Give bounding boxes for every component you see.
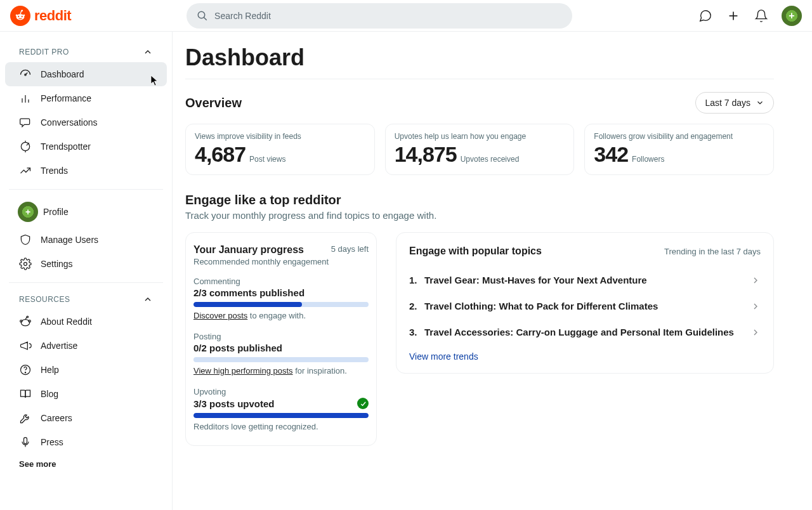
- avatar[interactable]: [782, 6, 802, 26]
- sidebar-item-blog[interactable]: Blog: [5, 382, 167, 406]
- wrench-icon: [19, 412, 32, 424]
- svg-point-20: [27, 316, 29, 318]
- sidebar-item-performance[interactable]: Performance: [5, 86, 167, 110]
- svg-point-22: [25, 372, 25, 373]
- progress-bar: [193, 413, 369, 418]
- reddit-logo-icon: [10, 6, 30, 26]
- divider: [9, 189, 163, 190]
- chevron-right-icon: [750, 275, 761, 285]
- topic-text: Travel Clothing: What to Pack for Differ…: [424, 301, 658, 311]
- bars-icon: [19, 92, 32, 105]
- sidebar-item-advertise[interactable]: Advertise: [5, 334, 167, 358]
- topic-item[interactable]: 3.Travel Accessories: Carry-on Luggage a…: [409, 319, 761, 345]
- progress-hint: to engage with.: [247, 311, 306, 320]
- progress-card: Your January progress 5 days left Recomm…: [185, 232, 377, 446]
- chevron-down-icon: [756, 98, 764, 107]
- sidebar-item-label: Advertise: [41, 341, 77, 351]
- daterange-dropdown[interactable]: Last 7 days: [695, 92, 774, 114]
- sidebar-item-help[interactable]: Help: [5, 358, 167, 382]
- sidebar-item-label: Careers: [41, 413, 72, 423]
- sidebar-section-header[interactable]: RESOURCES: [5, 289, 167, 310]
- progress-value: 2/3 comments published: [193, 287, 304, 298]
- topics-title: Engage with popular topics: [409, 245, 542, 257]
- stat-value: 342: [594, 142, 628, 167]
- progress-item-posting: Posting 0/2 posts published View high pe…: [193, 332, 369, 376]
- topic-number: 1.: [409, 275, 419, 285]
- sidebar-item-press[interactable]: Press: [5, 430, 167, 454]
- gauge-icon: [19, 68, 32, 81]
- create-icon[interactable]: [726, 8, 741, 23]
- overview-heading: Overview: [185, 96, 242, 110]
- progress-days: 5 days left: [331, 244, 369, 254]
- search-input-wrap[interactable]: [187, 3, 572, 29]
- stat-card-views: Views improve visibility in feeds 4,687P…: [185, 124, 375, 175]
- view-more-trends-link[interactable]: View more trends: [409, 351, 761, 362]
- chat-icon[interactable]: [698, 8, 713, 23]
- svg-rect-23: [24, 438, 27, 444]
- svg-point-7: [198, 11, 205, 18]
- svg-point-19: [29, 320, 30, 322]
- sidebar-item-profile[interactable]: Profile: [5, 196, 167, 228]
- section-label: REDDIT PRO: [19, 48, 69, 56]
- sidebar-section-header[interactable]: REDDIT PRO: [5, 42, 167, 62]
- sidebar-item-about[interactable]: About Reddit: [5, 310, 167, 334]
- topic-text: Travel Accessories: Carry-on Luggage and…: [424, 327, 734, 337]
- sidebar-item-label: Manage Users: [41, 235, 98, 245]
- stat-value: 4,687: [195, 142, 246, 167]
- progress-label: Commenting: [193, 277, 369, 286]
- svg-point-3: [22, 15, 23, 16]
- stat-hint: Upvotes help us learn how you engage: [395, 132, 565, 141]
- svg-point-5: [23, 14, 25, 16]
- svg-point-16: [24, 263, 27, 266]
- progress-sub: Recommended monthly engagement: [193, 257, 369, 266]
- stat-card-followers: Followers grow visibility and engagement…: [584, 124, 774, 175]
- progress-label: Upvoting: [193, 387, 369, 396]
- target-icon: [19, 140, 32, 153]
- sidebar-item-dashboard[interactable]: Dashboard: [5, 62, 167, 86]
- progress-item-upvoting: Upvoting 3/3 posts upvoted Redditors lov…: [193, 387, 369, 431]
- brand-text: reddit: [34, 8, 71, 24]
- sidebar-item-label: Help: [41, 365, 59, 375]
- progress-bar: [193, 302, 369, 307]
- progress-bar: [193, 357, 369, 362]
- svg-point-4: [16, 14, 18, 16]
- progress-label: Posting: [193, 332, 369, 341]
- search-input[interactable]: [214, 11, 562, 21]
- sidebar-item-conversations[interactable]: Conversations: [5, 110, 167, 134]
- sidebar-item-settings[interactable]: Settings: [5, 252, 167, 276]
- logo[interactable]: reddit: [10, 6, 71, 26]
- stat-hint: Followers grow visibility and engagement: [594, 132, 764, 141]
- speech-icon: [19, 116, 32, 129]
- progress-value: 3/3 posts upvoted: [193, 398, 275, 409]
- topic-item[interactable]: 2.Travel Clothing: What to Pack for Diff…: [409, 293, 761, 319]
- svg-point-6: [21, 10, 23, 11]
- topic-number: 2.: [409, 301, 419, 311]
- see-more-link[interactable]: See more: [5, 454, 167, 474]
- progress-value: 0/2 posts published: [193, 343, 282, 353]
- view-posts-link[interactable]: View high performing posts: [193, 366, 293, 376]
- bell-icon[interactable]: [754, 8, 769, 23]
- sidebar-item-trendspotter[interactable]: Trendspotter: [5, 134, 167, 159]
- topic-number: 3.: [409, 327, 419, 337]
- divider: [9, 282, 163, 283]
- sidebar-item-label: Performance: [41, 93, 91, 103]
- topics-sub: Trending in the last 7 days: [664, 247, 761, 256]
- divider: [185, 79, 774, 79]
- topic-item[interactable]: 1.Travel Gear: Must-Haves for Your Next …: [409, 267, 761, 293]
- shield-icon: [19, 233, 32, 246]
- sidebar-item-label: Dashboard: [41, 69, 84, 79]
- chevron-right-icon: [750, 301, 761, 311]
- discover-posts-link[interactable]: Discover posts: [193, 311, 247, 320]
- progress-title: Your January progress: [193, 244, 304, 256]
- sidebar-item-trends[interactable]: Trends: [5, 159, 167, 183]
- sidebar-item-careers[interactable]: Careers: [5, 406, 167, 430]
- trend-icon: [19, 164, 32, 177]
- search-icon: [197, 10, 208, 22]
- topic-text: Travel Gear: Must-Haves for Your Next Ad…: [424, 275, 647, 285]
- progress-hint: Redditors love getting recognized.: [193, 422, 369, 431]
- reddit-outline-icon: [19, 315, 32, 328]
- mic-icon: [19, 436, 32, 448]
- topics-card: Engage with popular topics Trending in t…: [396, 232, 774, 374]
- stat-unit: Post views: [249, 155, 285, 164]
- sidebar-item-manage-users[interactable]: Manage Users: [5, 228, 167, 252]
